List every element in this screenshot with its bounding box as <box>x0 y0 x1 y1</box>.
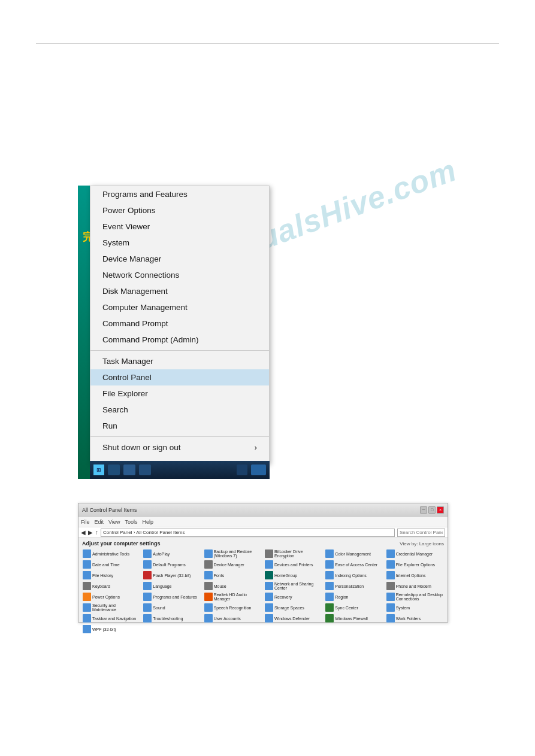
cp-item-phone-modem[interactable]: Phone and Modem <box>386 581 444 591</box>
menu-view[interactable]: View <box>108 519 120 525</box>
cp-item-network-sharing[interactable]: Network and Sharing Center <box>264 581 322 591</box>
arrow-icon: › <box>255 443 258 452</box>
up-btn[interactable]: ↑ <box>95 529 98 536</box>
address-field[interactable] <box>101 529 395 537</box>
cp-item-homegroup[interactable]: HomeGroup <box>264 570 322 580</box>
system-icon <box>386 603 395 612</box>
minimize-button[interactable]: ─ <box>420 506 427 514</box>
cp-item-file-explorer-opts[interactable]: File Explorer Options <box>386 560 444 569</box>
cp-titlebar: All Control Panel Items ─ □ × <box>78 503 448 517</box>
menu-item-task-manager[interactable]: Task Manager <box>90 353 269 369</box>
menu-item-disk-management[interactable]: Disk Management <box>90 283 269 299</box>
menu-item-system[interactable]: System <box>90 235 269 251</box>
menu-help[interactable]: Help <box>142 519 153 525</box>
menu-item-device-manager[interactable]: Device Manager <box>90 251 269 267</box>
cp-item-autoplay[interactable]: AutoPlay <box>143 549 201 558</box>
cp-item-sync[interactable]: Sync Center <box>325 603 383 612</box>
cp-item-internet-opts[interactable]: Internet Options <box>386 570 444 580</box>
cp-item-storage[interactable]: Storage Spaces <box>264 603 322 612</box>
menu-item-run[interactable]: Run <box>90 418 269 434</box>
forward-btn[interactable]: ▶ <box>88 529 93 536</box>
cp-items-grid: Administrative Tools AutoPlay Backup and… <box>82 549 444 634</box>
cp-item-mouse[interactable]: Mouse <box>204 581 262 591</box>
cp-item-region[interactable]: Region <box>325 592 383 602</box>
cp-item-fonts[interactable]: Fonts <box>204 570 262 580</box>
cp-item-color-mgmt[interactable]: Color Management <box>325 549 383 558</box>
menu-item-computer-management[interactable]: Computer Management <box>90 299 269 315</box>
menu-item-control-panel[interactable]: Control Panel <box>90 369 269 385</box>
cp-item-speech[interactable]: Speech Recognition <box>204 603 262 612</box>
cp-item-bitlocker[interactable]: BitLocker Drive Encryption <box>264 549 322 558</box>
menu-item-event-viewer[interactable]: Event Viewer <box>90 218 269 235</box>
admin-tools-icon <box>83 549 91 558</box>
cp-item-devices-printers[interactable]: Devices and Printers <box>264 560 322 569</box>
cp-item-security[interactable]: Security and Maintenance <box>82 603 140 612</box>
cp-item-credential[interactable]: Credential Manager <box>386 549 444 558</box>
cp-item-indexing[interactable]: Indexing Options <box>325 570 383 580</box>
start-button[interactable]: ⊞ <box>93 464 104 475</box>
cp-item-device-manager[interactable]: Device Manager <box>204 560 262 569</box>
cp-item-system[interactable]: System <box>386 603 444 612</box>
search-field[interactable] <box>397 529 445 537</box>
cp-item-troubleshoot[interactable]: Troubleshooting <box>143 614 201 623</box>
menu-item-shutdown[interactable]: Shut down or sign out › <box>90 439 269 456</box>
storage-icon <box>265 603 273 612</box>
menu-item-command-prompt-admin[interactable]: Command Prompt (Admin) <box>90 332 269 348</box>
cp-item-user-accounts[interactable]: User Accounts <box>204 614 262 623</box>
realtek-icon <box>204 593 213 601</box>
shutdown-label: Shut down or sign out <box>102 443 181 452</box>
cp-item-work-folders[interactable]: Work Folders <box>386 614 444 623</box>
cp-item-sound[interactable]: Sound <box>143 603 201 612</box>
menu-item-network-connections[interactable]: Network Connections <box>90 267 269 283</box>
maximize-button[interactable]: □ <box>428 506 436 514</box>
taskbar-icon-4[interactable] <box>237 464 247 475</box>
cp-item-realtek[interactable]: Realtek HD Audio Manager <box>204 592 262 602</box>
cp-item-file-history[interactable]: File History <box>82 570 140 580</box>
cp-item-power-options[interactable]: Power Options <box>82 592 140 602</box>
menu-item-programs-features[interactable]: Programs and Features <box>90 186 269 202</box>
menu-item-file-explorer[interactable]: File Explorer <box>90 385 269 402</box>
homegroup-icon <box>265 571 273 579</box>
work-folders-icon <box>386 614 395 623</box>
backup-icon <box>204 549 213 558</box>
close-button[interactable]: × <box>437 506 444 514</box>
view-by: View by: Large icons <box>400 541 444 546</box>
wpf-icon <box>83 625 91 633</box>
cp-item-programs-features[interactable]: Programs and Features <box>143 592 201 602</box>
cp-item-flash[interactable]: Flash Player (32-bit) <box>143 570 201 580</box>
cp-item-remoteapp[interactable]: RemoteApp and Desktop Connections <box>386 592 444 602</box>
menu-item-search[interactable]: Search <box>90 402 269 418</box>
cp-item-default-programs[interactable]: Default Programs <box>143 560 201 569</box>
context-menu-screenshot: G C i- so 完 Programs and Features Power … <box>78 186 276 479</box>
cp-item-ease-access[interactable]: Ease of Access Center <box>325 560 383 569</box>
menu-item-command-prompt[interactable]: Command Prompt <box>90 315 269 332</box>
taskbar-icon-3[interactable] <box>139 464 151 475</box>
taskbar-icon-1[interactable] <box>108 464 120 475</box>
speech-icon <box>204 603 213 612</box>
cp-item-wpf[interactable]: WPF (32-bit) <box>82 624 140 634</box>
indexing-icon <box>325 571 334 579</box>
default-programs-icon <box>143 560 152 569</box>
cp-item-language[interactable]: Language <box>143 581 201 591</box>
taskbar-icon-5[interactable] <box>251 464 266 475</box>
cp-item-datetime[interactable]: Date and Time <box>82 560 140 569</box>
back-btn[interactable]: ◀ <box>81 529 86 536</box>
menu-tools[interactable]: Tools <box>125 519 137 525</box>
top-divider <box>36 43 499 44</box>
cp-item-taskbar-nav[interactable]: Taskbar and Navigation <box>82 614 140 623</box>
cp-item-keyboard[interactable]: Keyboard <box>82 581 140 591</box>
cp-item-backup[interactable]: Backup and Restore (Windows 7) <box>204 549 262 558</box>
cp-item-recovery[interactable]: Recovery <box>264 592 322 602</box>
cp-item-admin-tools[interactable]: Administrative Tools <box>82 549 140 558</box>
cp-item-windows-firewall[interactable]: Windows Firewall <box>325 614 383 623</box>
taskbar-strip: ⊞ <box>90 461 270 479</box>
cp-item-windows-defender[interactable]: Windows Defender <box>264 614 322 623</box>
cp-item-personalization[interactable]: Personalization <box>325 581 383 591</box>
internet-opts-icon <box>386 571 395 579</box>
taskbar-icon-2[interactable] <box>123 464 135 475</box>
menu-file[interactable]: File <box>81 519 90 525</box>
ease-access-icon <box>325 560 334 569</box>
menu-edit[interactable]: Edit <box>95 519 104 525</box>
security-icon <box>83 603 91 612</box>
menu-item-power-options[interactable]: Power Options <box>90 202 269 218</box>
